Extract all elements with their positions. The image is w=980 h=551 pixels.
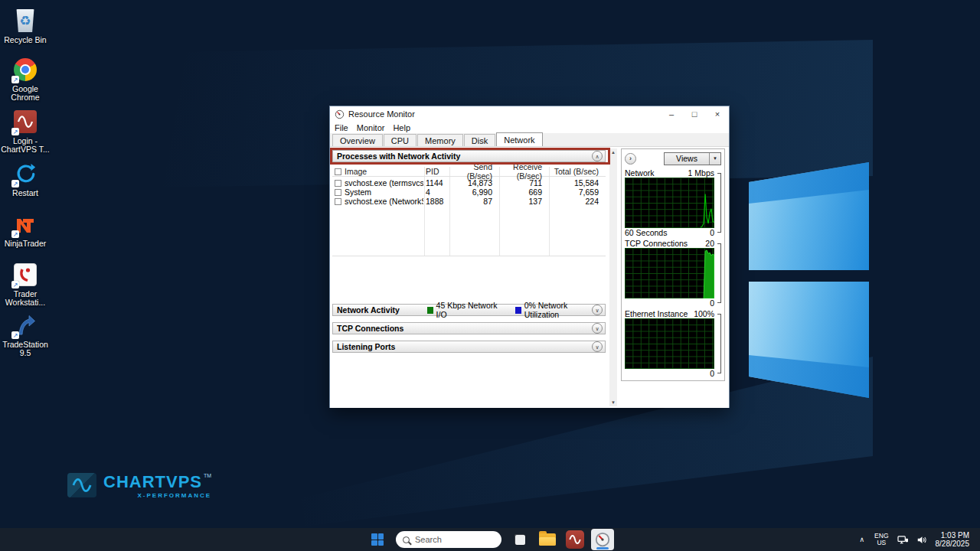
desktop-icon-login-chartvps[interactable]: ↗ Login -ChartVPS T... — [0, 109, 51, 154]
desktop-icon-trader-workstation[interactable]: ↗ TraderWorkstati... — [0, 262, 51, 307]
scale-bracket — [717, 314, 721, 373]
recycle-bin-icon: ♻ — [12, 8, 38, 34]
vertical-scrollbar[interactable]: ▲ ▼ — [609, 148, 617, 406]
legend-blue-swatch — [515, 307, 521, 314]
network-tab-content: Processes with Network Activity ∧ Image … — [330, 147, 729, 408]
shortcut-arrow-icon: ↗ — [11, 331, 19, 339]
scroll-up-arrow-icon[interactable]: ▲ — [611, 148, 616, 156]
table-row[interactable]: svchost.exe (NetworkService... 1888 87 1… — [332, 197, 606, 206]
process-table: Image PID Send (B/sec) Receive (B/sec) T… — [332, 167, 606, 256]
graph-title: Ethernet Instance 0 — [625, 309, 694, 318]
menu-file[interactable]: File — [335, 123, 348, 132]
resource-monitor-window: Resource Monitor – □ × File Monitor Help… — [329, 106, 730, 408]
maximize-button[interactable]: □ — [683, 106, 706, 122]
expand-chevron-down-icon[interactable]: ∨ — [592, 341, 603, 352]
shortcut-arrow-icon: ↗ — [11, 230, 19, 238]
close-button[interactable]: × — [706, 106, 729, 122]
search-box[interactable]: Search — [396, 531, 501, 548]
column-header-total[interactable]: Total (B/sec) — [548, 167, 605, 176]
tray-time: 1:03 PM — [941, 531, 969, 540]
graph-max-label: 1 Mbps — [688, 168, 714, 178]
title-bar[interactable]: Resource Monitor – □ × — [330, 106, 729, 122]
expand-chevron-down-icon[interactable]: ∨ — [592, 323, 603, 334]
legend-green-swatch — [427, 307, 433, 314]
network-status-icon[interactable] — [893, 535, 913, 545]
task-view-icon — [511, 530, 529, 549]
table-row[interactable]: System 4 6,990 669 7,659 — [332, 187, 606, 197]
chartvps-watermark: CHARTVPS TM X-PERFORMANCE — [67, 473, 211, 499]
tab-network[interactable]: Network — [496, 132, 542, 146]
tab-memory[interactable]: Memory — [417, 134, 463, 146]
row-checkbox[interactable] — [335, 180, 341, 187]
menu-monitor[interactable]: Monitor — [357, 123, 385, 132]
views-dropdown-arrow-icon[interactable]: ▼ — [709, 153, 720, 165]
graph-title: Network — [625, 168, 655, 178]
desktop-icon-tradestation[interactable]: ↗ TradeStation9.5 — [0, 312, 51, 357]
scroll-down-arrow-icon[interactable]: ▼ — [611, 399, 616, 406]
file-explorer-button[interactable] — [536, 529, 559, 550]
menu-help[interactable]: Help — [393, 123, 410, 132]
desktop-icon-ninjatrader[interactable]: ↗ NinjaTrader — [0, 211, 51, 248]
windows-logo-wallpaper — [720, 130, 873, 406]
section-title: Listening Ports — [337, 342, 592, 351]
clock-date[interactable]: 1:03 PM 8/28/2025 — [931, 531, 976, 548]
expand-panel-arrow-icon[interactable]: › — [625, 153, 636, 165]
tab-disk[interactable]: Disk — [464, 134, 495, 146]
section-header-listening-ports[interactable]: Listening Ports ∨ — [332, 341, 606, 353]
tab-cpu[interactable]: CPU — [384, 134, 416, 146]
graph-min-label: 0 — [710, 369, 714, 378]
icon-label: TradeStation9.5 — [2, 341, 48, 357]
volume-icon[interactable] — [913, 535, 931, 545]
ethernet-usage-graph — [625, 318, 714, 369]
row-checkbox[interactable] — [335, 198, 341, 205]
tray-date: 8/28/2025 — [936, 540, 970, 548]
views-button[interactable]: Views ▼ — [664, 152, 721, 165]
row-checkbox[interactable] — [335, 189, 341, 196]
graphs-panel: › Views ▼ Network 1 Mbps 60 Seconds 0 — [621, 148, 725, 381]
network-activity-legend: 45 Kbps Network I/O 0% Network Utilizati… — [427, 301, 592, 319]
ninjatrader-icon: ↗ — [12, 211, 38, 237]
tab-bar: Overview CPU Memory Disk Network — [330, 133, 729, 147]
chartvps-icon — [566, 530, 584, 549]
windows-logo-icon — [371, 533, 384, 546]
expand-chevron-down-icon[interactable]: ∨ — [592, 305, 603, 315]
select-all-checkbox[interactable] — [335, 168, 341, 175]
resource-monitor-taskbar-button[interactable] — [591, 529, 614, 550]
taskbar-center-group: Search — [364, 528, 616, 551]
table-header-row: Image PID Send (B/sec) Receive (B/sec) T… — [332, 167, 606, 177]
resource-monitor-icon — [595, 532, 610, 547]
language-switcher[interactable]: ENG US — [870, 533, 893, 546]
legend-io-label: 45 Kbps Network I/O — [436, 301, 498, 319]
desktop-icon-restart[interactable]: ↗ Restart — [0, 161, 51, 197]
menu-bar: File Monitor Help — [330, 122, 729, 133]
network-usage-graph — [625, 178, 714, 228]
tray-overflow-chevron-icon[interactable]: ∧ — [854, 536, 870, 543]
desktop-icon-google-chrome[interactable]: ↗ GoogleChrome — [0, 57, 51, 102]
window-title: Resource Monitor — [348, 109, 660, 119]
chartvps-icon: ↗ — [12, 109, 38, 135]
icon-label: GoogleChrome — [11, 85, 39, 102]
section-header-network-activity[interactable]: Network Activity 45 Kbps Network I/O 0% … — [332, 304, 606, 316]
graph-max-label: 100% — [694, 309, 714, 318]
graph-min-label: 0 — [710, 298, 714, 308]
column-header-image[interactable]: Image — [345, 167, 423, 176]
ethernet-graph-group: Ethernet Instance 0 100% 0 — [625, 309, 721, 378]
search-icon — [403, 536, 410, 543]
graphs-panel-header: › Views ▼ — [625, 152, 721, 165]
task-view-button[interactable] — [508, 529, 531, 550]
network-graph-group: Network 1 Mbps 60 Seconds 0 — [625, 168, 721, 237]
minimize-button[interactable]: – — [660, 106, 683, 122]
graph-title: TCP Connections — [625, 239, 688, 248]
desktop-icon-recycle-bin[interactable]: ♻ Recycle Bin — [0, 8, 51, 44]
left-pane: Processes with Network Activity ∧ Image … — [330, 147, 617, 408]
section-header-tcp-connections[interactable]: TCP Connections ∨ — [332, 322, 606, 334]
start-button[interactable] — [366, 529, 389, 550]
graph-x-label: 60 Seconds — [625, 228, 667, 237]
tcp-connections-graph — [625, 248, 714, 298]
tab-overview[interactable]: Overview — [332, 134, 383, 146]
chartvps-app-button[interactable] — [564, 529, 586, 550]
search-placeholder: Search — [415, 535, 442, 544]
icon-label: Restart — [12, 189, 38, 197]
column-header-pid[interactable]: PID — [423, 167, 449, 176]
table-row[interactable]: svchost.exe (termsvcs) 1144 14,873 711 1… — [332, 178, 606, 187]
